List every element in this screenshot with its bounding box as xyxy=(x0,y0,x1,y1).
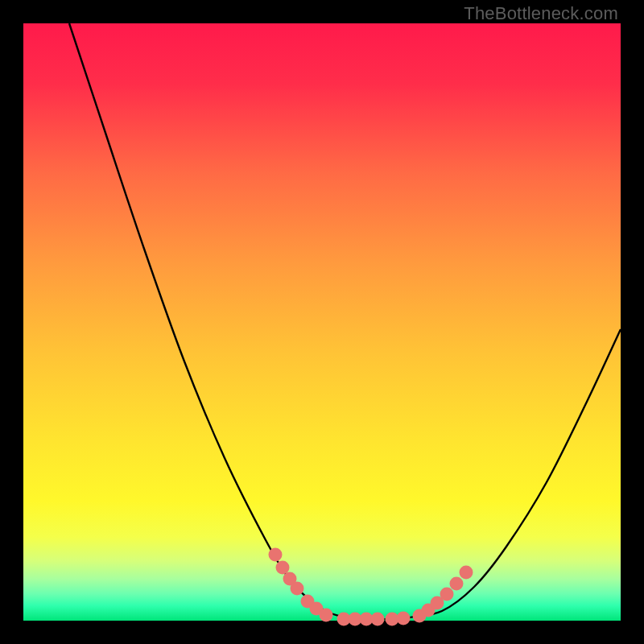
marker-cluster-right xyxy=(413,566,473,623)
watermark-text: TheBottleneck.com xyxy=(464,3,618,24)
marker-dot xyxy=(291,582,304,596)
marker-dot xyxy=(460,566,473,580)
bottleneck-curve xyxy=(69,23,621,619)
marker-cluster-left xyxy=(269,548,333,622)
bottleneck-curve-svg xyxy=(23,23,621,621)
marker-dot xyxy=(276,561,290,575)
marker-dot xyxy=(320,609,333,622)
marker-dot xyxy=(397,612,411,625)
marker-dot xyxy=(269,548,283,562)
marker-cluster-bottom xyxy=(337,612,411,626)
marker-dot xyxy=(440,588,454,601)
marker-dot xyxy=(371,613,385,626)
marker-dot xyxy=(450,577,464,591)
chart-frame xyxy=(23,23,621,621)
